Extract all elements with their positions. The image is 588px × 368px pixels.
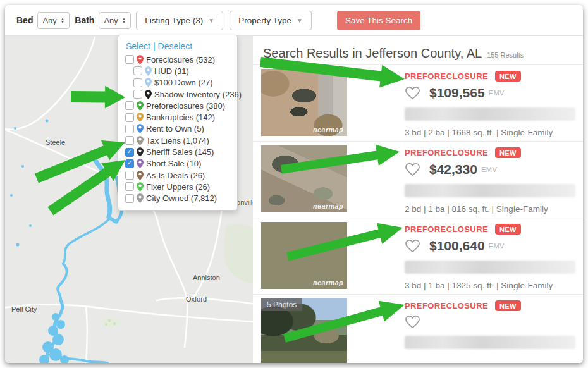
listing-type-option-sheriff-sales[interactable]: Sheriff Sales (145)	[125, 146, 232, 157]
listing-type-option-bankruptcies[interactable]: Bankruptcies (142)	[125, 111, 232, 123]
blurred-address	[405, 184, 575, 197]
listing-type-option-100-down[interactable]: $100 Down (27)	[125, 77, 232, 89]
listing-status: PREFORECLOSURE	[405, 224, 488, 234]
checkbox[interactable]	[125, 194, 134, 203]
favorite-heart-icon[interactable]	[405, 315, 420, 329]
listing-type-option-as-is-deals[interactable]: As-Is Deals (26)	[125, 169, 232, 181]
bath-label: Bath	[75, 15, 94, 25]
listing-card[interactable]: nearmap PREFORECLOSURE NEW $100,640 EMV …	[253, 218, 583, 294]
new-badge: NEW	[495, 147, 521, 158]
blurred-address	[405, 261, 575, 274]
checkbox[interactable]	[125, 113, 134, 122]
listing-price: $109,565	[429, 85, 485, 101]
listing-status: PREFORECLOSURE	[405, 71, 488, 81]
checkbox[interactable]	[133, 66, 142, 75]
app-window: Bed Any ▲▼ Bath Any ▲▼ Listing Type (3) …	[5, 5, 583, 363]
map-pin-icon	[137, 171, 144, 180]
filter-toolbar: Bed Any ▲▼ Bath Any ▲▼ Listing Type (3) …	[5, 5, 583, 36]
nearmap-watermark: nearmap	[313, 126, 343, 133]
listing-card[interactable]: nearmap PREFORECLOSURE NEW $42,330 EMV 2…	[253, 141, 583, 218]
checkbox[interactable]	[125, 136, 134, 145]
checkbox[interactable]	[125, 182, 134, 191]
new-badge: NEW	[495, 300, 521, 311]
search-results-panel: Search Results in Jefferson County, AL 1…	[253, 36, 583, 363]
listing-price: $42,330	[429, 162, 477, 177]
photo-count-badge: 5 Photos	[261, 298, 302, 311]
nearmap-watermark: nearmap	[313, 279, 343, 286]
bed-select-value: Any	[42, 16, 56, 25]
checkbox[interactable]	[125, 101, 134, 110]
favorite-heart-icon[interactable]	[405, 163, 420, 176]
map-pin-icon	[137, 136, 144, 145]
listing-status: PREFORECLOSURE	[405, 301, 488, 310]
map-pin-icon	[137, 182, 144, 192]
listing-type-option-hud[interactable]: HUD (31)	[125, 65, 232, 77]
blurred-address	[405, 336, 575, 349]
listing-type-button[interactable]: Listing Type (3) ▼	[136, 11, 223, 30]
chevron-down-icon: ▼	[208, 17, 214, 24]
map-label: Anniston	[193, 274, 220, 281]
map-pin-icon	[145, 78, 152, 87]
listing-type-option-preforeclosures[interactable]: Preforeclosures (380)	[125, 100, 232, 111]
map-label: Attalla	[90, 95, 109, 103]
listing-type-option-tax-liens[interactable]: Tax Liens (1,074)	[125, 135, 232, 146]
listing-photo[interactable]: 5 Photos	[261, 298, 347, 363]
listing-card[interactable]: nearmap PREFORECLOSURE NEW $109,565 EMV …	[253, 64, 583, 141]
listing-photo[interactable]: nearmap	[261, 69, 347, 136]
listing-type-option-fixer-uppers[interactable]: Fixer Uppers (26)	[125, 181, 232, 192]
map-pin-icon	[137, 113, 144, 122]
listing-info: PREFORECLOSURE NEW $42,330 EMV 2 bd | 1 …	[405, 145, 575, 214]
listing-type-option-shadow-inventory[interactable]: Shadow Inventory (236)	[125, 89, 232, 100]
map-pin-icon	[137, 159, 144, 168]
screenshot-frame: Bed Any ▲▼ Bath Any ▲▼ Listing Type (3) …	[0, 0, 588, 368]
listing-info: PREFORECLOSURE NEW $109,565 EMV 3 bd | 2…	[405, 69, 575, 138]
property-type-button-label: Property Type	[238, 16, 291, 25]
listing-type-option-foreclosures[interactable]: Foreclosures (532)	[125, 54, 232, 65]
deselect-all-link[interactable]: Deselect	[158, 41, 192, 51]
favorite-heart-icon[interactable]	[405, 86, 420, 100]
listing-type-option-short-sale[interactable]: Short Sale (10)	[125, 158, 232, 169]
listing-specs: 3 bd | 2 ba | 1668 sq. ft. | Single-Fami…	[405, 128, 575, 138]
map-pin-icon	[137, 55, 144, 64]
map-pin-icon	[137, 147, 144, 157]
dropdown-links: Select|Deselect	[126, 41, 232, 51]
bed-select[interactable]: Any ▲▼	[37, 12, 70, 29]
listing-photo[interactable]: nearmap	[261, 222, 347, 289]
results-count: 155 Results	[487, 51, 524, 59]
bath-select[interactable]: Any ▲▼	[99, 12, 131, 29]
listing-specs: 3 bd | 1 ba | 1325 sq. ft. | Single-Fami…	[405, 281, 575, 291]
checkbox[interactable]	[133, 78, 142, 87]
listing-info: PREFORECLOSURE NEW	[405, 298, 575, 363]
new-badge: NEW	[495, 71, 521, 82]
select-all-link[interactable]: Select	[126, 41, 150, 51]
listing-type-option-rent-to-own[interactable]: Rent to Own (5)	[125, 123, 232, 135]
checkbox[interactable]	[125, 148, 134, 157]
listing-type-dropdown: Select|Deselect Foreclosures (532) HUD (…	[118, 35, 238, 211]
forest-patch	[102, 317, 121, 327]
price-suffix: EMV	[489, 89, 505, 97]
property-type-button[interactable]: Property Type ▼	[230, 11, 312, 30]
blurred-address	[405, 107, 575, 121]
bed-label: Bed	[16, 15, 33, 25]
listing-info: PREFORECLOSURE NEW $100,640 EMV 3 bd | 1…	[405, 222, 575, 291]
checkbox[interactable]	[125, 125, 134, 133]
map-pin-icon	[137, 124, 144, 133]
chevron-down-icon: ▼	[297, 17, 303, 24]
new-badge: NEW	[495, 224, 521, 235]
listing-type-button-label: Listing Type (3)	[145, 16, 203, 25]
favorite-heart-icon[interactable]	[405, 239, 420, 253]
checkbox[interactable]	[125, 55, 134, 64]
save-this-search-button[interactable]: Save This Search	[337, 11, 420, 30]
results-title: Search Results in Jefferson County, AL	[263, 46, 482, 61]
listing-photo[interactable]: nearmap	[261, 145, 347, 212]
listing-type-option-city-owned[interactable]: City Owned (7,812)	[125, 193, 232, 204]
checkbox[interactable]	[125, 159, 134, 168]
stepper-icon: ▲▼	[61, 17, 64, 23]
listing-card[interactable]: 5 Photos PREFORECLOSURE NEW	[253, 294, 583, 363]
listing-specs	[405, 356, 575, 363]
map-label: Steele	[46, 138, 65, 146]
map-pin-icon	[145, 66, 152, 76]
checkbox[interactable]	[125, 171, 134, 180]
nearmap-watermark: nearmap	[313, 202, 343, 210]
checkbox[interactable]	[133, 90, 142, 99]
